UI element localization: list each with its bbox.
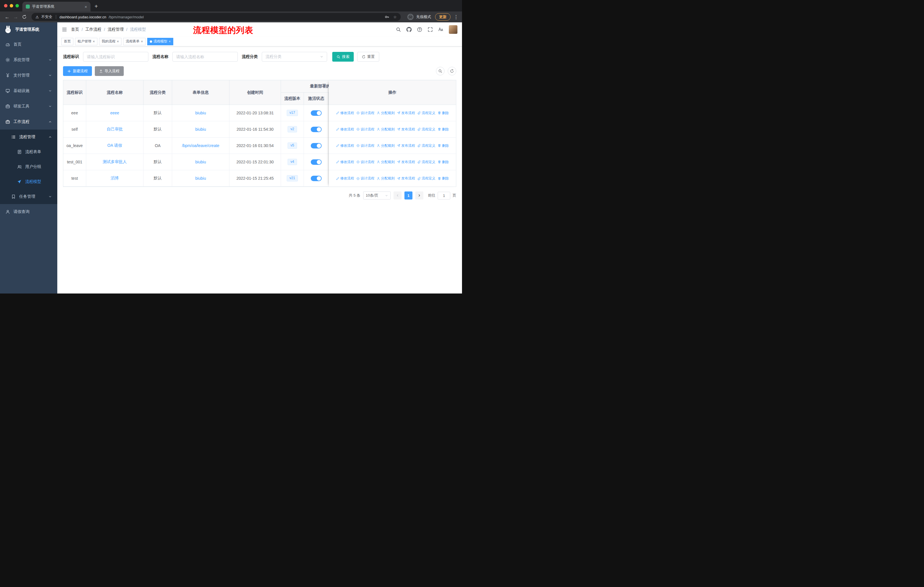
font-size-icon[interactable] — [438, 27, 443, 32]
action-design[interactable]: 设计流程 — [356, 160, 375, 165]
create-process-button[interactable]: 新建流程 — [63, 66, 92, 76]
close-icon[interactable]: × — [169, 40, 171, 43]
form-info-link[interactable]: /bpm/oa/leave/create — [182, 143, 219, 148]
process-name-link[interactable]: 滔博 — [111, 176, 119, 181]
action-definition[interactable]: 流程定义 — [417, 160, 436, 165]
page-number-button[interactable]: 1 — [404, 192, 412, 200]
action-publish[interactable]: 发布流程 — [397, 111, 415, 116]
form-info-link[interactable]: biubiu — [195, 111, 206, 115]
active-toggle[interactable] — [311, 143, 322, 149]
breadcrumb-workflow[interactable]: 工作流程 — [85, 27, 101, 32]
action-assign[interactable]: 分配规则 — [377, 111, 395, 116]
action-design[interactable]: 设计流程 — [356, 127, 375, 132]
sidebar-item-leave-query[interactable]: 请假查询 — [0, 204, 57, 220]
search-icon[interactable] — [396, 27, 401, 32]
action-publish[interactable]: 发布流程 — [397, 143, 415, 148]
action-edit[interactable]: 修改流程 — [336, 176, 354, 181]
action-definition[interactable]: 流程定义 — [417, 176, 436, 181]
fullscreen-icon[interactable] — [427, 27, 433, 32]
category-select[interactable]: 流程分类 — [262, 52, 327, 62]
sidebar-item-system[interactable]: 系统管理 — [0, 52, 57, 68]
sidebar-item-process-mgmt[interactable]: 流程管理 — [0, 129, 57, 144]
window-close-button[interactable] — [4, 4, 7, 7]
action-delete[interactable]: 删除 — [438, 143, 449, 148]
action-edit[interactable]: 修改流程 — [336, 111, 354, 116]
reset-button[interactable]: 重置 — [357, 52, 379, 62]
github-icon[interactable] — [406, 27, 412, 32]
refresh-table-button[interactable] — [448, 67, 456, 75]
forward-icon[interactable]: → — [12, 15, 20, 20]
page-size-select[interactable]: 10条/页 — [363, 192, 391, 200]
browser-tab[interactable]: 芋道管理系统 × — [22, 2, 91, 12]
browser-update-button[interactable]: 更新 — [435, 13, 450, 21]
browser-menu-icon[interactable]: ⋮ — [454, 14, 459, 20]
tag-tenant[interactable]: 租户管理 × — [75, 38, 97, 45]
new-tab-button[interactable]: + — [94, 3, 98, 9]
process-name-link[interactable]: OA 请假 — [107, 143, 122, 148]
tab-close-icon[interactable]: × — [84, 5, 87, 9]
tag-my-process[interactable]: 我的流程 × — [99, 38, 121, 45]
process-name-input[interactable] — [172, 52, 238, 62]
action-delete[interactable]: 删除 — [438, 127, 449, 132]
sidebar-item-home[interactable]: 首页 — [0, 37, 57, 52]
sidebar-logo[interactable]: 芋道管理系统 — [0, 22, 57, 37]
active-toggle[interactable] — [311, 110, 322, 116]
action-delete[interactable]: 删除 — [438, 176, 449, 181]
bookmark-star-icon[interactable]: ☆ — [393, 15, 397, 19]
sidebar-item-user-group[interactable]: 用户分组 — [0, 159, 57, 174]
sidebar-item-process-form[interactable]: 流程表单 — [0, 144, 57, 159]
form-info-link[interactable]: biubiu — [195, 176, 206, 180]
process-id-input[interactable] — [83, 52, 148, 62]
action-delete[interactable]: 删除 — [438, 111, 449, 116]
action-design[interactable]: 设计流程 — [356, 176, 375, 181]
process-name-link[interactable]: eeee — [110, 111, 119, 115]
action-definition[interactable]: 流程定义 — [417, 127, 436, 132]
help-icon[interactable] — [417, 27, 422, 32]
window-zoom-button[interactable] — [15, 4, 19, 7]
action-assign[interactable]: 分配规则 — [377, 143, 395, 148]
tag-process-form[interactable]: 流程表单 × — [123, 38, 145, 45]
search-button[interactable]: 搜索 — [332, 52, 354, 62]
sidebar-item-process-model[interactable]: 流程模型 — [0, 174, 57, 189]
tag-process-model[interactable]: 流程模型 × — [147, 38, 173, 45]
action-edit[interactable]: 修改流程 — [336, 127, 354, 132]
active-toggle[interactable] — [311, 159, 322, 165]
process-name-link[interactable]: 自己审批 — [107, 127, 123, 132]
prev-page-button[interactable] — [394, 192, 402, 200]
close-icon[interactable]: × — [141, 40, 143, 43]
action-delete[interactable]: 删除 — [438, 160, 449, 165]
form-info-link[interactable]: biubiu — [195, 160, 206, 164]
action-assign[interactable]: 分配规则 — [377, 176, 395, 181]
action-edit[interactable]: 修改流程 — [336, 160, 354, 165]
window-minimize-button[interactable] — [10, 4, 13, 7]
sidebar-item-task-mgmt[interactable]: 任务管理 — [0, 189, 57, 204]
address-bar[interactable]: ⚠ 不安全 dashboard.yudao.iocoder.cn/bpm/man… — [31, 13, 401, 21]
action-assign[interactable]: 分配规则 — [377, 127, 395, 132]
close-icon[interactable]: × — [93, 40, 95, 43]
action-publish[interactable]: 发布流程 — [397, 176, 415, 181]
breadcrumb-process-mgmt[interactable]: 流程管理 — [108, 27, 124, 32]
action-edit[interactable]: 修改流程 — [336, 143, 354, 148]
action-definition[interactable]: 流程定义 — [417, 111, 436, 116]
active-toggle[interactable] — [311, 127, 322, 132]
import-process-button[interactable]: 导入流程 — [95, 66, 124, 76]
action-assign[interactable]: 分配规则 — [377, 160, 395, 165]
action-design[interactable]: 设计流程 — [356, 111, 375, 116]
sidebar-item-payment[interactable]: 支付管理 — [0, 68, 57, 83]
action-definition[interactable]: 流程定义 — [417, 143, 436, 148]
close-icon[interactable]: × — [117, 40, 119, 43]
sidebar-item-workflow[interactable]: 工作流程 — [0, 114, 57, 129]
next-page-button[interactable] — [415, 192, 423, 200]
password-key-icon[interactable] — [384, 15, 389, 19]
sidebar-item-devtools[interactable]: 研发工具 — [0, 99, 57, 114]
user-avatar[interactable] — [449, 25, 457, 34]
breadcrumb-home[interactable]: 首页 — [71, 27, 79, 32]
sidebar-item-infra[interactable]: 基础设施 — [0, 83, 57, 99]
hamburger-icon[interactable] — [62, 27, 67, 32]
goto-page-input[interactable] — [438, 192, 450, 200]
reload-icon[interactable] — [21, 15, 28, 19]
active-toggle[interactable] — [311, 176, 322, 181]
toggle-search-button[interactable] — [436, 67, 444, 75]
action-design[interactable]: 设计流程 — [356, 143, 375, 148]
action-publish[interactable]: 发布流程 — [397, 160, 415, 165]
